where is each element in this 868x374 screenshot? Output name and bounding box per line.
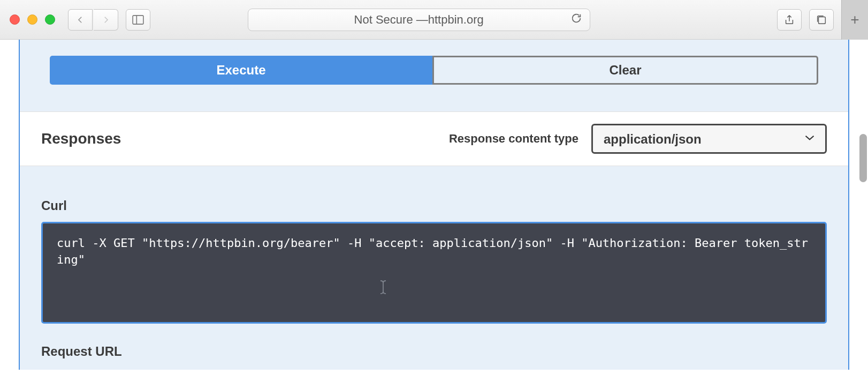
address-bar[interactable]: Not Secure — httpbin.org [248,9,590,31]
tabs-button[interactable] [809,9,834,31]
address-host: httpbin.org [428,13,484,27]
page-content: Execute Clear Responses Response content… [0,40,868,374]
svg-rect-2 [818,17,825,24]
execute-button[interactable]: Execute [50,56,432,85]
window-controls [10,14,55,25]
address-prefix: Not Secure — [354,13,428,27]
nav-back-forward [68,9,118,31]
minimize-window-button[interactable] [27,14,37,25]
responses-header: Responses Response content type applicat… [20,111,848,166]
request-url-heading: Request URL [41,344,827,359]
right-toolbar [777,9,834,31]
content-type-select[interactable]: application/json [591,124,827,154]
back-button[interactable] [68,9,93,31]
reload-icon[interactable] [570,12,582,27]
browser-toolbar: Not Secure — httpbin.org + [0,0,868,40]
new-tab-button[interactable]: + [841,0,868,40]
curl-heading: Curl [41,198,827,213]
forward-button[interactable] [94,9,118,31]
responses-title: Responses [41,130,121,147]
action-buttons: Execute Clear [20,40,848,111]
curl-code-block[interactable]: curl -X GET "https://httpbin.org/bearer"… [41,222,827,324]
sidebar-toggle-button[interactable] [126,9,150,31]
clear-button[interactable]: Clear [432,56,818,85]
swagger-panel: Execute Clear Responses Response content… [19,40,849,370]
svg-rect-0 [133,15,143,24]
response-body: Curl curl -X GET "https://httpbin.org/be… [20,166,848,370]
share-button[interactable] [777,9,802,31]
content-type-label: Response content type [449,132,578,146]
maximize-window-button[interactable] [45,14,55,25]
content-type-control: Response content type application/json [449,124,827,154]
scrollbar-thumb[interactable] [859,134,867,182]
close-window-button[interactable] [10,14,20,25]
